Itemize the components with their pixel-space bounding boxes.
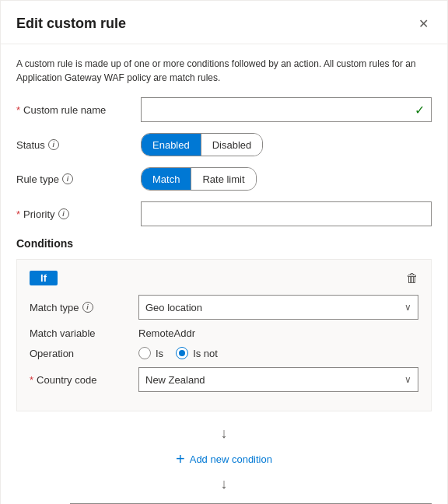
add-condition-label: Add new condition [190, 453, 272, 465]
status-toggle-group: Enabled Disabled [141, 133, 263, 156]
panel-description: A custom rule is made up of one or more … [16, 57, 432, 85]
rule-type-row: Rule type i Match Rate limit [16, 167, 432, 191]
match-variable-value: RemoteAddr [138, 327, 418, 339]
country-code-select[interactable]: New Zealand ∨ [138, 367, 418, 392]
custom-rule-name-input-wrapper[interactable]: BuggerOffAustralia ✓ [141, 97, 432, 122]
operation-isnot-label: Is not [193, 348, 218, 359]
status-enabled-button[interactable]: Enabled [142, 134, 201, 156]
add-new-condition-button[interactable]: + Add new condition [16, 446, 432, 471]
delete-condition-button[interactable]: 🗑 [406, 271, 418, 285]
custom-rule-name-row: * Custom rule name BuggerOffAustralia ✓ [16, 97, 432, 122]
rule-type-toggle-group: Match Rate limit [141, 167, 257, 191]
priority-row: * Priority i 10 [16, 201, 432, 226]
priority-input-wrapper[interactable]: 10 [141, 201, 432, 226]
edit-custom-rule-panel: Edit custom rule ✕ A custom rule is made… [0, 0, 448, 504]
custom-rule-name-input[interactable]: BuggerOffAustralia [148, 104, 415, 116]
panel-title: Edit custom rule [16, 16, 126, 32]
match-type-info-icon: i [82, 302, 93, 313]
status-info-icon: i [48, 139, 59, 150]
operation-is-label: Is [156, 348, 163, 359]
priority-required-star: * [16, 208, 20, 220]
country-code-value: New Zealand [145, 374, 205, 386]
operation-row: Operation Is Is not [30, 347, 418, 359]
country-code-row: * Country code New Zealand ∨ [30, 367, 418, 392]
status-row: Status i Enabled Disabled [16, 133, 432, 156]
match-type-label: Match type i [30, 302, 138, 313]
match-type-select[interactable]: Geo location ∨ [138, 295, 418, 320]
add-icon: + [176, 451, 185, 467]
operation-is-radio[interactable]: Is [138, 347, 163, 359]
priority-input[interactable]: 10 [148, 208, 425, 220]
country-code-chevron-icon: ∨ [404, 374, 411, 385]
status-label: Status i [16, 139, 141, 151]
country-code-required-star: * [30, 374, 33, 386]
match-type-row: Match type i Geo location ∨ [30, 295, 418, 320]
operation-isnot-radio-dot [179, 350, 185, 356]
valid-icon: ✓ [415, 103, 425, 117]
if-badge: If [30, 271, 58, 285]
country-code-label: * Country code [30, 374, 138, 386]
priority-info-icon: i [58, 208, 69, 219]
condition-block: If 🗑 Match type i Geo location ∨ Match v… [16, 259, 432, 411]
rule-type-rate-limit-button[interactable]: Rate limit [191, 168, 255, 190]
panel-header: Edit custom rule ✕ [1, 1, 447, 44]
arrow-down-icon-1: ↓ [221, 425, 228, 442]
match-type-value: Geo location [145, 302, 202, 313]
conditions-section-title: Conditions [16, 237, 432, 250]
rule-type-match-button[interactable]: Match [142, 168, 191, 190]
match-variable-row: Match variable RemoteAddr [30, 327, 418, 339]
priority-label: * Priority i [16, 208, 141, 220]
custom-rule-name-label: * Custom rule name [16, 104, 141, 116]
required-star: * [16, 104, 20, 116]
arrow-down-1: ↓ [16, 421, 432, 446]
rule-type-label: Rule type i [16, 173, 141, 185]
operation-label: Operation [30, 348, 138, 359]
operation-isnot-radio[interactable]: Is not [176, 347, 218, 359]
operation-radio-group: Is Is not [138, 347, 218, 359]
close-button[interactable]: ✕ [415, 13, 432, 34]
operation-isnot-radio-circle [176, 347, 188, 359]
rule-type-info-icon: i [62, 173, 73, 184]
arrow-down-icon-2: ↓ [221, 476, 228, 492]
condition-header: If 🗑 [30, 271, 418, 285]
match-type-chevron-icon: ∨ [404, 302, 411, 313]
match-variable-label: Match variable [30, 327, 138, 339]
status-disabled-button[interactable]: Disabled [201, 134, 263, 156]
arrow-down-2: ↓ [16, 471, 432, 497]
panel-body: A custom rule is made up of one or more … [1, 44, 447, 504]
operation-is-radio-circle [138, 347, 151, 359]
